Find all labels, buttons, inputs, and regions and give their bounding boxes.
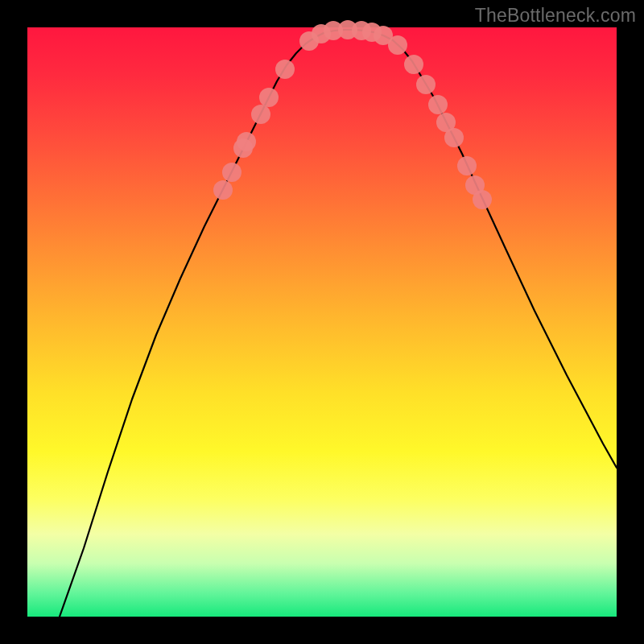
data-point bbox=[275, 60, 295, 79]
data-point bbox=[388, 35, 407, 55]
plot-area bbox=[27, 27, 617, 617]
data-point bbox=[473, 190, 492, 209]
data-point bbox=[444, 128, 464, 147]
watermark-label: TheBottleneck.com bbox=[475, 5, 636, 27]
data-point bbox=[251, 105, 270, 124]
data-point bbox=[428, 95, 448, 114]
data-point bbox=[259, 88, 279, 107]
data-point bbox=[213, 180, 233, 200]
bottleneck-curve bbox=[60, 30, 617, 617]
data-point bbox=[237, 132, 256, 151]
data-point bbox=[416, 75, 436, 94]
marker-group bbox=[213, 20, 492, 209]
data-point bbox=[457, 156, 477, 175]
chart-frame: TheBottleneck.com bbox=[0, 0, 644, 644]
curve-layer bbox=[27, 27, 617, 617]
data-point bbox=[222, 163, 242, 182]
data-point bbox=[404, 55, 423, 74]
